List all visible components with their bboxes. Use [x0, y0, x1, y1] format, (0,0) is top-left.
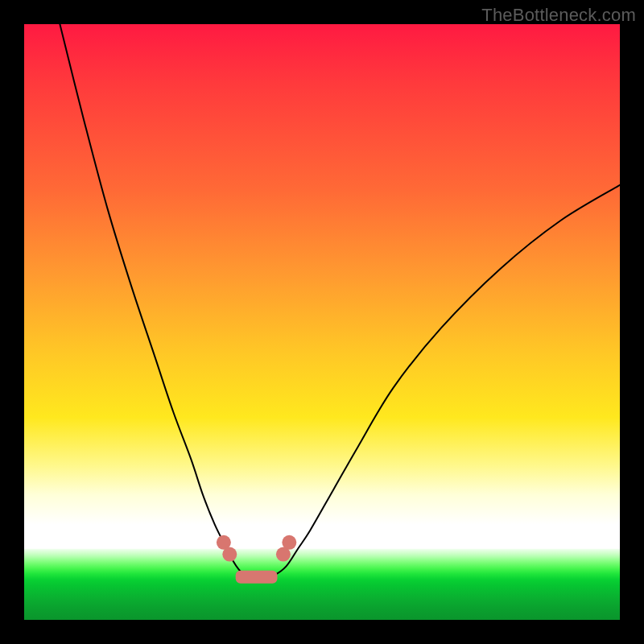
marker-group	[217, 535, 296, 584]
bottleneck-curve-left	[60, 24, 262, 578]
bottleneck-curve-right	[262, 185, 620, 578]
curve-layer	[24, 24, 620, 620]
plot-area	[24, 24, 620, 620]
marker-bottom-band	[236, 571, 278, 584]
marker-dot	[282, 535, 296, 550]
marker-dot	[222, 547, 237, 562]
watermark-text: TheBottleneck.com	[481, 5, 636, 26]
chart-frame: TheBottleneck.com	[0, 0, 644, 644]
